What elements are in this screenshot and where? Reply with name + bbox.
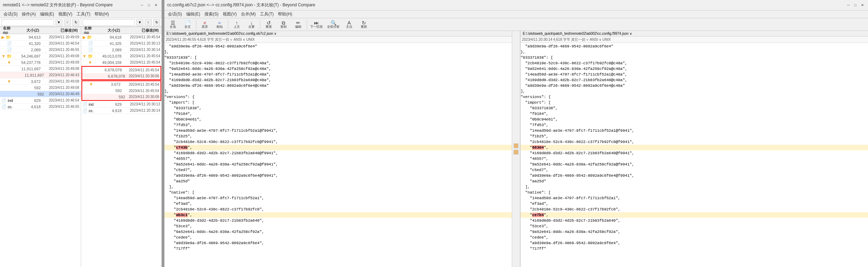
right-path-up[interactable]: ↑ (145, 19, 152, 26)
rmenu-help[interactable]: 帮助(H) (276, 11, 294, 18)
list-item[interactable]: ▼ 📁 ab002 49,013,078 2023/4/11 20:45:54 (81, 53, 162, 59)
text-line: "033371838": [ (164, 55, 512, 60)
menu-session[interactable]: 会话(S) (1, 11, 20, 18)
btn-grammar[interactable]: A文法 (342, 19, 356, 30)
btn-copy[interactable]: ⧉复制 (276, 19, 291, 30)
list-item[interactable]: 📄 cc.config.7f745.json 2,089 2023/4/11 2… (81, 47, 162, 53)
list-item[interactable]: ▶ 📁 main 94,618 2023/4/11 20:45:54 (81, 34, 162, 40)
text-line-diff: "ab3c1", (164, 212, 512, 218)
text-line: "f9184", (164, 111, 512, 117)
list-item[interactable]: ▼ 📁 import 3,672 2023/4/11 20:45:54 (82, 81, 161, 87)
text-line: "717ff" (164, 246, 512, 252)
list-item[interactable]: 📄 cc.config.a066f.json 2,089 2023/4/11 2… (0, 47, 81, 53)
list-item[interactable]: 📄 index.a066f.js 41,320 2023/4/11 20:46:… (0, 40, 81, 47)
toolbar-sep-3 (260, 20, 260, 30)
btn-similar[interactable]: ≈相似 (213, 19, 227, 30)
rmenu-tools[interactable]: 工具(T) (258, 11, 276, 18)
sync-marker-2[interactable] (514, 150, 518, 155)
menu-help[interactable]: 帮助(H) (92, 11, 111, 18)
list-item[interactable]: 📄 index.7f745.js 41,325 2023/4/11 20:30:… (81, 40, 162, 47)
btn-edit[interactable]: ✏编辑 (291, 19, 305, 30)
text-line: ], (521, 89, 868, 94)
text-line: "46557", (164, 156, 512, 162)
text-line: "aa25d" (521, 178, 868, 184)
list-item[interactable]: ▼ 📁 native 49,004,159 2023/4/11 20:45:54 (81, 59, 162, 66)
rmenu-merge[interactable]: 合并(M) (239, 11, 258, 18)
left-path-up[interactable]: ↑ (64, 19, 71, 26)
list-item[interactable]: 📄 cc.config.eb7c2.json 4,618 2023/4/11 2… (0, 104, 81, 110)
left-path-refresh[interactable]: ↻ (72, 19, 79, 26)
left-path-input[interactable]: E:\jts\slotsweb_quick\patch_test\remote0… (1, 19, 54, 26)
text-line: "cedee", (164, 235, 512, 240)
close-btn[interactable]: ✕ (153, 2, 159, 8)
left-text-path[interactable]: E:\.\slotsweb_quick\patch_test\remote01\… (164, 31, 512, 37)
menu-edit[interactable]: 编辑(E) (38, 11, 56, 18)
list-item[interactable]: ▼ 📁 2c 6,678,078 2023/4/11 20:45:54 (82, 67, 161, 73)
text-line: }, (164, 49, 512, 55)
right-close-btn[interactable]: ✕ (860, 2, 865, 8)
text-line: "2cb4810e-52c9-430c-8622-c37f17b92fc0@f9… (164, 139, 512, 145)
text-line: "14ead59d-ae3e-4707-8fc7-f1711cbf52a1@f9… (164, 128, 512, 134)
list-item[interactable]: ▼ 📁 import 3,672 2023/4/11 20:49:08 (0, 78, 81, 85)
list-item[interactable]: ▶ 📁 main 94,613 2023/4/11 20:49:09 (0, 34, 81, 40)
right-text-path[interactable]: E:\.\slotsweb_quick\patch_test\remote02\… (521, 31, 868, 37)
right-restore-btn[interactable]: □ (853, 2, 858, 8)
minimize-btn[interactable]: ─ (139, 2, 145, 8)
left-text-content[interactable]: "a9d39e9a-df26-4869-9542-8092a9c6f6e4" }… (164, 43, 512, 267)
btn-reset[interactable]: ↺重置 (262, 19, 276, 30)
btn-prev-text[interactable]: ↑上文 (230, 19, 244, 30)
list-item[interactable]: 📄 2cb4810e-52c9-430c-8622-c37f17b92fc0.c… (82, 73, 161, 79)
list-item[interactable]: ▼ 📁 native 54,237,778 2023/4/11 20:49:09 (0, 59, 81, 66)
menu-tools[interactable]: 工具(T) (74, 11, 92, 18)
list-item[interactable]: 📄 2cb4810e-52c9-430c-8622-c37f17b92fc0.a… (0, 72, 81, 78)
list-item[interactable]: ▼ 📁 ab002 54,246,697 2023/4/11 20:49:08 (0, 53, 81, 59)
text-line: "9a52e641-0ddc-4a26-830a-42fa258cf92a", (521, 229, 868, 235)
list-item[interactable]: 📄 2cb4810e-52c9-430c-8622-c37f17b92fc0@f… (0, 91, 81, 97)
btn-full-text[interactable]: 📄全文 (181, 19, 195, 30)
rmenu-edit[interactable]: 编辑(E) (184, 11, 202, 18)
list-item[interactable]: 📄 cc.config.f9974.json 4,618 2023/4/11 2… (81, 108, 162, 114)
menu-view[interactable]: 视图(V) (56, 11, 74, 18)
text-line: "a9d39e9a-df26-4869-9542-8092a9c6f6e4@c4… (521, 83, 868, 89)
list-item[interactable]: 📄 index.f9974.js 629 2023/4/11 20:30:13 (81, 101, 162, 108)
rmenu-session[interactable]: 会话(S) (166, 11, 184, 18)
btn-reload[interactable]: ↻重新 (357, 19, 371, 30)
text-toolbar: ☰全选 📄全文 ≠差异 ≈相似 ↑上文 ↓次要 ↺重置 ⧉复制 ✏编辑 ⏭下一区… (164, 18, 868, 31)
menu-operation[interactable]: 操作(A) (20, 11, 38, 18)
text-line: "cedee", (521, 235, 868, 240)
text-line: "14ead59d-ae3e-4707-8fc7-f1711cbf52a1@c4… (164, 72, 512, 77)
btn-analyze-all[interactable]: 🔍全部分析 (325, 19, 341, 30)
right-path-refresh[interactable]: ↻ (153, 19, 160, 26)
text-line: "4169d8d0-d3d2-4d2b-82c7-21b83fb2a640", (521, 218, 868, 223)
btn-diff[interactable]: ≠差异 (198, 19, 212, 30)
right-text-content[interactable]: "a9d39e9a-df26-4869-9542-8092a9c6f6e4" }… (521, 43, 868, 267)
right-minimize-btn[interactable]: ─ (846, 2, 851, 8)
left-path-btn[interactable]: ▼ (56, 19, 63, 26)
btn-next-text[interactable]: ↓次要 (244, 19, 259, 30)
list-item[interactable]: 📄 index.eb7c2.js 629 2023/4/11 20:46:54 (0, 97, 81, 104)
btn-select-all[interactable]: ☰全选 (166, 19, 180, 30)
left-text-subheader: 2023/4/11 20:46:55 4,618 字节 其它一切 ∨ ANSI … (164, 37, 512, 43)
right-col-size: 大小(Z) (93, 28, 122, 33)
list-item[interactable]: ▼ 📁 2c 592 2023/4/11 20:45:54 (82, 87, 161, 94)
list-item[interactable]: ▼ 📁 2c 592 2023/4/11 20:49:08 (0, 85, 81, 91)
rmenu-view[interactable]: 视图(V) (221, 11, 239, 18)
text-line: "2cb4810e-52c9-430c-8622-c37f17b92fc0@c4… (164, 60, 512, 66)
text-line: "a9d39e9a-df26-4869-9542-8092a9c6f6e4@c4… (164, 83, 512, 89)
sync-bar (512, 31, 520, 267)
text-line: "717ff" (521, 246, 868, 252)
right-file-list: ▶ 📁 main 94,618 2023/4/11 20:45:54 📄 ind… (81, 34, 162, 267)
text-line: "native": [ (521, 190, 868, 195)
text-line: "9a52e641-0ddc-4a26-830a-42fa258cf92a@f9… (164, 162, 512, 167)
list-item[interactable]: 📄 2cb4810e-52c9-430c-8622-c37f17b92fc0@f… (82, 94, 161, 100)
right-path-btn[interactable]: ▼ (136, 19, 143, 26)
left-file-list: ▶ 📁 main 94,613 2023/4/11 20:49:09 📄 ind… (0, 34, 81, 267)
restore-btn[interactable]: □ (146, 2, 152, 8)
right-path-input[interactable]: E:\jts\slotsweb_quick\patch_test\remote0… (83, 19, 135, 26)
text-line: "c5ed7", (164, 167, 512, 173)
list-item[interactable]: ▼ 📁 2c 11,911,697 2023/4/11 20:49:08 (0, 66, 81, 72)
sync-marker-1[interactable] (514, 143, 518, 148)
text-line: "7fd53", (521, 122, 868, 128)
btn-next-section[interactable]: ⏭下一区段 (308, 19, 325, 30)
rmenu-search[interactable]: 搜索(S) (202, 11, 221, 18)
